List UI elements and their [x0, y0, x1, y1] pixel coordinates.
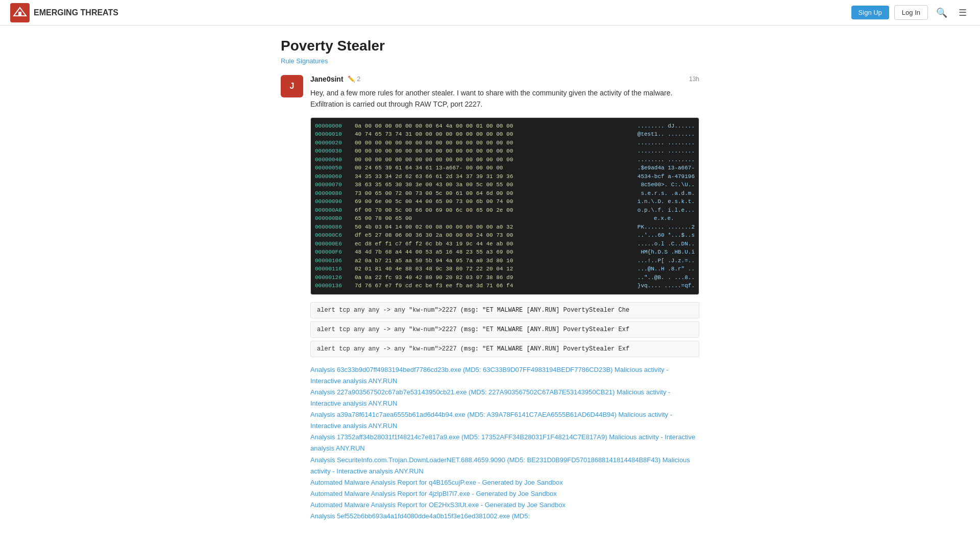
- hex-line: 000000A06f 00 70 00 5c 00 66 00 69 00 6c…: [315, 206, 695, 215]
- alert-rules: alert tcp any any -> any "kw-num">2227 (…: [310, 302, 699, 357]
- search-icon: 🔍: [936, 8, 947, 18]
- page-title: Poverty Stealer: [281, 38, 699, 54]
- hex-bytes: 0a 0a 22 fc 93 40 42 80 90 20 82 03 07 3…: [355, 273, 633, 282]
- login-button[interactable]: Log In: [894, 5, 928, 20]
- hex-line: 000001260a 0a 22 fc 93 40 42 80 90 20 82…: [315, 273, 695, 282]
- hex-line: 0000008073 00 65 00 72 00 73 00 5c 00 61…: [315, 189, 695, 198]
- hex-addr: 00000060: [315, 172, 351, 181]
- hex-line: 000000E6ec d8 ef f1 c7 6f f2 6c bb 43 19…: [315, 240, 695, 248]
- page-content: Poverty Stealer Rule Signatures J Jane0s…: [271, 26, 709, 544]
- hex-line: 0000008650 4b 03 04 14 00 02 00 08 00 00…: [315, 223, 695, 232]
- hex-line: 000000000a 00 00 00 00 00 00 00 64 4a 00…: [315, 122, 695, 131]
- alert-rule: alert tcp any any -> any "kw-num">2227 (…: [310, 302, 699, 318]
- hex-addr: 00000000: [315, 122, 351, 131]
- hex-ascii: o.p.\.f. i.l.e...: [638, 206, 695, 215]
- hex-bytes: 7d 76 67 e7 f9 cd ec be f3 ee fb ae 3d 7…: [355, 282, 633, 290]
- hex-ascii: ........ ........: [638, 139, 695, 147]
- hex-addr: 00000126: [315, 273, 351, 282]
- menu-button[interactable]: ☰: [955, 5, 970, 20]
- hex-bytes: 02 01 81 40 4e 88 03 48 9c 38 80 72 22 2…: [355, 265, 633, 273]
- post-author[interactable]: Jane0sint: [310, 75, 344, 83]
- hex-line: 000000F648 4d 7b 68 a4 44 00 53 a5 16 48…: [315, 248, 695, 257]
- hex-bytes: df e5 27 08 06 00 36 30 2a 00 00 00 24 0…: [355, 231, 633, 240]
- hex-bytes: ec d8 ef f1 c7 6f f2 6c bb 43 19 9c 44 4…: [355, 240, 633, 248]
- hex-addr: 00000010: [315, 130, 351, 139]
- analysis-link[interactable]: Automated Malware Analysis Report for q4…: [310, 477, 699, 488]
- hex-line: 000001367d 76 67 e7 f9 cd ec be f3 ee fb…: [315, 282, 695, 290]
- hex-ascii: s.e.r.s. .a.d.m.: [641, 189, 695, 198]
- analysis-link[interactable]: Analysis 63c33b9d07ff4983194bedf7786cd23…: [310, 364, 699, 387]
- hex-addr: 00000080: [315, 189, 351, 198]
- hex-addr: 00000090: [315, 197, 351, 206]
- hex-ascii: ...@N..H .8.r" ..: [638, 265, 695, 273]
- post-container: J Jane0sint ✏️ 2 13h Hey, and a few more…: [281, 75, 699, 522]
- hex-line: 000000C6df e5 27 08 06 00 36 30 2a 00 00…: [315, 231, 695, 240]
- hex-addr: 00000030: [315, 147, 351, 156]
- analysis-link[interactable]: Automated Malware Analysis Report for OE…: [310, 499, 699, 511]
- hex-bytes: 00 24 65 39 61 64 34 61 13-a667- 00 00 0…: [355, 164, 633, 172]
- svg-rect-2: [18, 12, 21, 16]
- hex-ascii: }vq.... .....=qf.: [638, 282, 695, 290]
- hex-line: 0000004000 00 00 00 00 00 00 00 00 00 00…: [315, 156, 695, 164]
- logo: EMERGING THREATS: [10, 3, 118, 22]
- hex-bytes: 0a 00 00 00 00 00 00 00 64 4a 00 00 01 0…: [355, 122, 633, 131]
- hex-line: 0000007038 63 35 65 30 30 3e 00 43 00 3a…: [315, 181, 695, 189]
- hex-ascii: .$e9ad4a 13-a667-: [638, 164, 695, 172]
- hex-ascii: ........ ........: [638, 156, 695, 164]
- hex-addr: 000000A0: [315, 206, 351, 215]
- hex-bytes: 00 00 00 00 00 00 00 00 00 00 00 00 00 0…: [355, 156, 633, 164]
- hex-bytes: 00 00 00 00 00 00 00 00 00 00 00 00 00 0…: [355, 139, 633, 147]
- hex-ascii: ..'...60 *...$..s: [638, 231, 695, 240]
- header: EMERGING THREATS Sign Up Log In 🔍 ☰: [0, 0, 980, 26]
- search-button[interactable]: 🔍: [933, 5, 950, 20]
- hex-line: 0000001040 74 65 73 74 31 00 00 00 00 00…: [315, 130, 695, 139]
- analysis-link[interactable]: Analysis 17352aff34b28031f1f48214c7e817a…: [310, 432, 699, 454]
- hex-line: 00000106a2 0a b7 21 a5 aa 50 5b 94 4a 95…: [315, 257, 695, 265]
- analysis-link[interactable]: Analysis SecuriteInfo.com.Trojan.DownLoa…: [310, 455, 699, 477]
- category-link[interactable]: Rule Signatures: [281, 57, 328, 65]
- edit-icon: ✏️: [348, 76, 355, 83]
- hex-addr: 000000F6: [315, 248, 351, 257]
- hex-bytes: a2 0a b7 21 a5 aa 50 5b 94 4a 95 7a a0 3…: [355, 257, 633, 265]
- hex-bytes: 00 00 00 00 00 00 00 00 00 00 00 00 00 0…: [355, 147, 633, 156]
- hex-ascii: ........ dJ......: [638, 122, 695, 131]
- logo-text: EMERGING THREATS: [34, 8, 118, 17]
- logo-icon: [10, 3, 30, 22]
- hex-ascii: 8c5e00>. C:.\U..: [641, 181, 695, 189]
- post-subtitle: Rule Signatures: [281, 57, 699, 65]
- hex-ascii: i.n.\.D. e.s.k.t.: [638, 197, 695, 206]
- hex-line: 0000011602 01 81 40 4e 88 03 48 9c 38 80…: [315, 265, 695, 273]
- post-edit-badge: ✏️ 2: [348, 76, 361, 83]
- alert-rule: alert tcp any any -> any "kw-num">2227 (…: [310, 341, 699, 357]
- hex-bytes: 6f 00 70 00 5c 00 66 00 69 00 6c 00 65 0…: [355, 206, 633, 215]
- hex-dump: 000000000a 00 00 00 00 00 00 00 64 4a 00…: [310, 117, 699, 295]
- hex-addr: 00000116: [315, 265, 351, 273]
- signup-button[interactable]: Sign Up: [851, 6, 889, 19]
- hex-bytes: 73 00 65 00 72 00 73 00 5c 00 61 00 64 6…: [355, 189, 636, 198]
- hex-addr: 000000B0: [315, 214, 351, 223]
- hex-addr: 00000070: [315, 181, 351, 189]
- hex-line: 0000009069 00 6e 00 5c 00 44 00 65 00 73…: [315, 197, 695, 206]
- hex-ascii: ........ ........: [638, 147, 695, 156]
- hex-ascii: HM{h.D.S .HB.U.i: [641, 248, 695, 257]
- hex-addr: 00000136: [315, 282, 351, 290]
- hex-addr: 00000106: [315, 257, 351, 265]
- hex-bytes: 38 63 35 65 30 30 3e 00 43 00 3a 00 5c 0…: [355, 181, 636, 189]
- header-left: EMERGING THREATS: [10, 3, 118, 22]
- hex-ascii: e.x.e.: [654, 214, 695, 223]
- hex-addr: 000000E6: [315, 240, 351, 248]
- analysis-link[interactable]: Automated Malware Analysis Report for 4j…: [310, 488, 699, 499]
- hex-addr: 000000C6: [315, 231, 351, 240]
- analysis-link[interactable]: Analysis 227a903567502c67ab7e53143950cb2…: [310, 387, 699, 409]
- edit-count: 2: [357, 76, 361, 83]
- hex-bytes: 50 4b 03 04 14 00 02 00 08 00 00 00 00 0…: [355, 223, 633, 232]
- alert-rule: alert tcp any any -> any "kw-num">2227 (…: [310, 321, 699, 338]
- post-body-text: Hey, and a few more rules for another st…: [310, 87, 699, 110]
- analysis-link[interactable]: Analysis 5ef552b6bb693a4a1fd4080dde4a0b1…: [310, 511, 699, 522]
- hex-ascii: PK...... .......2: [638, 223, 695, 232]
- analysis-link[interactable]: Analysis a39a78f6141c7aea6555b61ad6d44b9…: [310, 409, 699, 432]
- hex-line: 000000B065 00 78 00 65 00e.x.e.: [315, 214, 695, 223]
- post-body: Jane0sint ✏️ 2 13h Hey, and a few more r…: [310, 75, 699, 522]
- post-meta: Jane0sint ✏️ 2 13h: [310, 75, 699, 83]
- links-section: Analysis 63c33b9d07ff4983194bedf7786cd23…: [310, 364, 699, 522]
